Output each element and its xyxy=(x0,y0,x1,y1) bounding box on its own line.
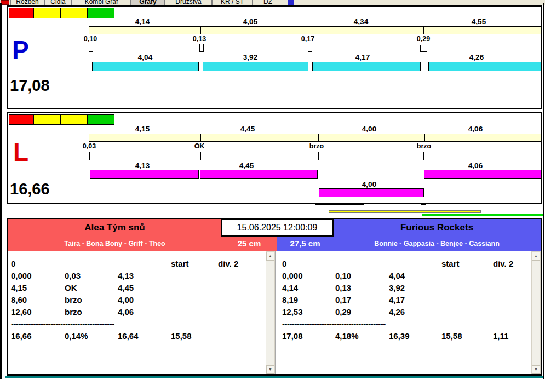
clipped-tick-mark xyxy=(315,204,364,205)
lane-l-offset-time-bar xyxy=(319,188,424,197)
scroll-up-icon[interactable]: ▲ xyxy=(532,252,540,261)
segment-divider xyxy=(200,27,201,34)
lane-p-top-value: 4,14 xyxy=(126,18,159,26)
cell: div. 2 xyxy=(493,258,513,269)
segment-divider xyxy=(312,27,312,34)
lane-p-total-time: 17,08 xyxy=(10,78,50,94)
lane-p-top-value: 4,34 xyxy=(345,18,377,26)
lane-l-offset-time: 4,00 xyxy=(353,180,386,188)
start-tick-marker xyxy=(308,44,312,52)
cell: 0,17 xyxy=(335,295,351,305)
lane-p-dog-time: 4,26 xyxy=(460,53,493,61)
lane-p-dog-time: 4,17 xyxy=(346,53,379,61)
scroll-up-icon[interactable]: ▲ xyxy=(266,252,274,261)
cell: start xyxy=(441,258,460,269)
cell: div. 2 xyxy=(218,258,238,269)
window-icon xyxy=(1,0,9,5)
segment-divider xyxy=(424,134,425,141)
cell: 0,29 xyxy=(335,307,351,318)
window-bottom-edge xyxy=(5,376,543,378)
lane-l-top-value: 4,06 xyxy=(459,125,492,133)
total-cell: 16,64 xyxy=(118,331,139,342)
cell: 8,60 xyxy=(11,295,27,305)
green-overflow-bar xyxy=(422,214,543,216)
right-team-jump-height: 27,5 cm xyxy=(277,239,334,248)
lane-l-time-bar xyxy=(424,170,541,179)
cell: brzo xyxy=(65,307,82,318)
cell: 0 xyxy=(282,258,286,269)
lane-p-top-value: 4,05 xyxy=(234,18,267,26)
cell: 12,53 xyxy=(282,307,303,318)
scoreboard-section: 15.06.2025 12:00:09 Alea Tým snů Taira -… xyxy=(7,218,542,376)
left-team-results-pane: 0 start div. 2 0,000 0,03 4,13 4,15 OK 4… xyxy=(8,251,276,374)
total-cell: 1,11 xyxy=(493,331,508,342)
right-table-scrollbar[interactable]: ▲ ▼ xyxy=(531,251,541,374)
cell: 4,14 xyxy=(282,283,298,293)
total-cell: 17,08 xyxy=(282,331,303,342)
lane-l-top-value: 4,45 xyxy=(231,125,264,133)
total-cell: 16,39 xyxy=(389,331,410,342)
start-tick-marker xyxy=(318,152,319,160)
legend-yellow-cell xyxy=(33,114,61,125)
legend-red-cell xyxy=(9,114,34,125)
cell: 4,13 xyxy=(118,270,134,281)
right-team-dogs: Bonnie - Gappasia - Benjee - Cassiann xyxy=(332,240,541,247)
start-tick-marker xyxy=(89,152,90,160)
yellow-overflow-bar xyxy=(329,210,481,213)
legend-red-cell xyxy=(9,8,34,18)
race-datetime: 15.06.2025 12:00:09 xyxy=(221,219,334,237)
table-separator: ----------------------------------------… xyxy=(282,320,386,327)
lane-l-total-time: 16,66 xyxy=(10,181,50,197)
left-team-dogs: Taira - Bona Bony - Griff - Theo xyxy=(8,240,222,247)
lane-p-start-value: 0,13 xyxy=(186,35,213,43)
lane-l-start-value: brzo xyxy=(303,142,330,150)
total-cell: 15,58 xyxy=(441,331,462,342)
cell: 4,00 xyxy=(118,295,134,305)
lane-l-start-value: OK xyxy=(186,142,213,150)
lane-l-time-bar xyxy=(200,170,318,179)
cell: 0,000 xyxy=(11,270,32,281)
left-team-name: Alea Tým snů xyxy=(8,222,222,233)
lane-p-time-bar xyxy=(92,62,199,71)
segment-divider xyxy=(423,27,424,34)
scroll-down-icon[interactable]: ▼ xyxy=(532,365,540,374)
lane-p-panel: 4,14 4,05 4,34 4,55 0,10 0,13 0,17 0,29 … xyxy=(7,5,542,109)
lane-p-top-value: 4,55 xyxy=(462,18,495,26)
cell: 0,13 xyxy=(335,283,351,293)
legend-yellow-cell xyxy=(33,8,61,18)
lane-p-time-bar xyxy=(203,62,308,71)
cell: 4,06 xyxy=(118,307,134,318)
cell: start xyxy=(171,258,189,269)
start-tick-marker xyxy=(423,152,424,160)
cell: OK xyxy=(65,283,77,293)
cell: 0 xyxy=(11,258,15,269)
cell: 4,17 xyxy=(389,295,405,305)
lane-p-start-value: 0,17 xyxy=(294,35,322,43)
lane-l-top-value: 4,15 xyxy=(126,125,159,133)
clipped-tick-mark xyxy=(421,204,426,205)
lane-l-top-value: 4,00 xyxy=(353,125,386,133)
start-tick-marker xyxy=(199,44,204,52)
cell: 0,000 xyxy=(282,270,303,281)
start-tick-marker xyxy=(420,45,427,52)
lane-l-dog-time: 4,06 xyxy=(459,162,492,170)
cell: 8,19 xyxy=(282,295,298,305)
legend-yellow-cell xyxy=(60,8,88,18)
lane-l-status-legend xyxy=(9,114,114,125)
lane-l-segment-bar xyxy=(89,134,541,142)
lane-p-segment-bar xyxy=(89,26,541,34)
cell: 12,60 xyxy=(11,307,32,318)
legend-green-cell xyxy=(87,8,114,18)
start-tick-marker xyxy=(200,152,201,160)
scroll-down-icon[interactable]: ▼ xyxy=(266,365,274,374)
left-table-scrollbar[interactable]: ▲ ▼ xyxy=(266,251,275,374)
window-border-right xyxy=(543,3,544,379)
table-separator: ----------------------------------------… xyxy=(11,320,114,327)
total-cell: 4,18% xyxy=(335,331,359,342)
lane-p-status-legend xyxy=(9,8,114,18)
legend-yellow-cell xyxy=(60,114,88,125)
lane-l-start-value: brzo xyxy=(410,142,438,150)
cell: 0,03 xyxy=(65,270,81,281)
right-team-results-pane: 0 start div. 2 0,000 0,10 4,04 4,14 0,13… xyxy=(276,251,541,374)
cell: brzo xyxy=(65,295,82,305)
